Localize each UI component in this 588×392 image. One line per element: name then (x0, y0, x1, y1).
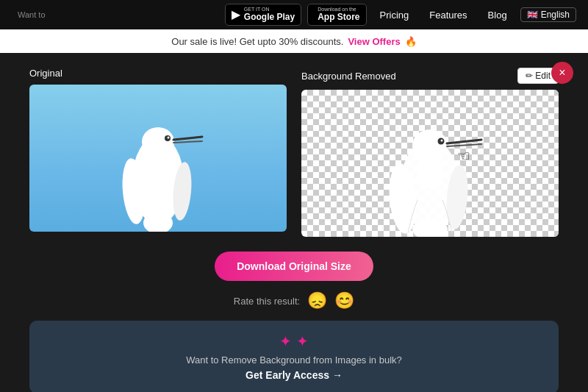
flag-icon: 🇬🇧 (527, 10, 538, 20)
sale-text: Our sale is live! Get upto 30% discounts… (171, 36, 343, 47)
google-play-badge[interactable]: ▶ GET IT ON Google Play (225, 4, 301, 25)
happy-rating-button[interactable]: 😊 (334, 293, 354, 309)
svg-rect-6 (147, 152, 169, 182)
svg-point-15 (441, 140, 443, 142)
svg-point-5 (168, 137, 170, 139)
original-label: Original (29, 68, 287, 79)
bulk-cta-icon: ✦ ✦ (47, 332, 541, 350)
removed-column: Background Removed ✏ Edit (301, 68, 559, 237)
original-image (29, 85, 287, 232)
bird-removed-svg (316, 90, 544, 237)
svg-line-12 (447, 140, 481, 143)
svg-line-13 (447, 144, 481, 146)
bulk-cta-section: ✦ ✦ Want to Remove Background from Image… (29, 321, 559, 392)
download-button[interactable]: Download Original Size (215, 252, 373, 281)
fire-emoji: 🔥 (405, 36, 417, 47)
svg-line-3 (173, 141, 202, 143)
bulk-cta-text: Want to Remove Background from Images in… (47, 354, 541, 366)
main-content: × Original (0, 53, 588, 392)
sale-banner: Our sale is live! Get upto 30% discounts… (0, 29, 588, 53)
get-early-access-link[interactable]: Get Early Access → (245, 369, 343, 381)
sad-rating-button[interactable]: 😞 (307, 293, 327, 309)
language-selector[interactable]: 🇬🇧 English (520, 7, 576, 22)
rating-section: Rate this result: 😞 😊 (29, 293, 559, 309)
download-section: Download Original Size (29, 252, 559, 281)
features-link[interactable]: Features (422, 10, 474, 21)
svg-line-2 (173, 137, 202, 140)
lang-text: English (541, 10, 570, 20)
removed-label: Background Removed ✏ Edit (301, 68, 559, 84)
app-store-text: Download on the App Store (318, 7, 359, 22)
app-store-badge[interactable]: Download on the App Store (307, 4, 366, 25)
removed-image (301, 90, 559, 237)
removed-image-container (301, 90, 559, 237)
view-offers-link[interactable]: View Offers (348, 36, 400, 47)
blog-link[interactable]: Blog (481, 10, 514, 21)
google-play-text: GET IT ON Google Play (244, 7, 295, 22)
top-nav: Want to ▶ GET IT ON Google Play Download… (0, 0, 588, 29)
svg-point-11 (412, 129, 448, 162)
pricing-link[interactable]: Pricing (373, 10, 417, 21)
original-image-container (29, 85, 287, 232)
nav-left-text: Want to (18, 10, 46, 19)
google-play-icon: ▶ (232, 7, 240, 21)
bird-original-svg (74, 85, 243, 232)
svg-rect-16 (417, 157, 442, 188)
image-comparison-row: Original (29, 68, 559, 237)
original-column: Original (29, 68, 287, 237)
close-button[interactable]: × (551, 62, 573, 84)
rating-label: Rate this result: (234, 296, 300, 307)
